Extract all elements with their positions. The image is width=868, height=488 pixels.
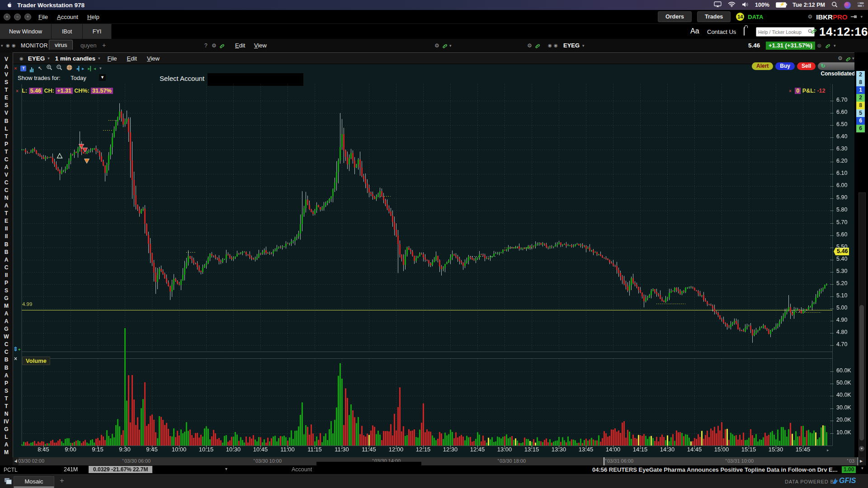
watchlist-letter[interactable]: B (0, 249, 13, 257)
mosaic-tab[interactable]: Mosaic (14, 476, 54, 488)
fyi-button[interactable]: FYI (83, 24, 112, 39)
add-tab-button[interactable]: + (102, 42, 106, 49)
ladder-digit-cell[interactable]: 1 (856, 86, 865, 94)
panel-dot-icon[interactable]: ◉ (19, 56, 24, 61)
zoom-in-icon[interactable] (46, 64, 52, 72)
apple-logo-icon[interactable] (6, 1, 13, 9)
display-mirroring-icon[interactable] (714, 1, 722, 9)
gear-icon[interactable]: ⚙ (434, 42, 439, 49)
watchlist-letter[interactable]: M (0, 449, 13, 457)
help-ticker-search[interactable] (756, 27, 815, 37)
control-center-icon[interactable] (857, 2, 864, 9)
watchlist-letter[interactable]: T (0, 133, 13, 141)
search-input[interactable] (756, 27, 815, 37)
volume-pane-label[interactable]: Volume (22, 357, 50, 365)
contact-us-link[interactable]: Contact Us (707, 28, 736, 35)
link-icon[interactable] (810, 28, 816, 36)
watchlist-letter[interactable]: A (0, 202, 13, 210)
gear-icon[interactable]: ⚙ (808, 14, 813, 20)
ibot-button[interactable]: IBot (52, 24, 83, 39)
font-size-control[interactable]: Aa (690, 27, 699, 35)
watchlist-letter[interactable]: M (0, 303, 13, 310)
watchlist-letter[interactable]: V (0, 71, 13, 79)
ladder-digit-cell[interactable]: 6 (856, 125, 865, 132)
gear-icon[interactable]: ⚙ (212, 42, 217, 49)
volume-icon[interactable] (742, 2, 749, 9)
widen-bars-icon[interactable]: ◂▎▸ (76, 66, 85, 71)
wifi-icon[interactable] (728, 1, 736, 9)
notification-badge[interactable]: 14 (736, 13, 744, 21)
panel2-menu-view[interactable]: View (254, 42, 267, 49)
ladder-digit-cell[interactable]: 2 (856, 94, 865, 102)
panel-dot-icon[interactable]: ◉ (554, 43, 558, 48)
quote-symbol[interactable]: EYEG (563, 42, 580, 49)
tab-virus[interactable]: virus (49, 40, 73, 50)
link-icon[interactable] (442, 42, 447, 50)
link-icon[interactable] (825, 42, 830, 50)
watchlist-letter[interactable]: L (0, 126, 13, 133)
watchlist-letter[interactable]: C (0, 179, 13, 187)
watchlist-letter[interactable]: A (0, 318, 13, 326)
watchlist-letter[interactable]: C (0, 264, 13, 272)
buy-button[interactable]: Buy (775, 62, 795, 70)
news-ticker[interactable]: 04:56 REUTERS EyeGate Pharma Announces P… (592, 466, 840, 473)
chart-date-scrollbar[interactable]: ◀ 03/30 02:00'03/30 06:00'03/30 10:00'03… (13, 457, 864, 465)
chevron-down-icon[interactable]: ▾ (1, 43, 3, 48)
watchlist-letter[interactable]: A (0, 441, 13, 449)
dropdown-arrow-icon[interactable]: ▾ (225, 466, 227, 471)
panel-dot-icon[interactable]: ◉ (12, 43, 16, 48)
ladder-digit-cell[interactable]: 6 (856, 117, 865, 125)
narrow-bars-icon[interactable]: ▸▎◂ (88, 66, 96, 71)
chevron-down-icon[interactable]: ▾ (860, 14, 863, 19)
watchlist-letter[interactable]: C (0, 187, 13, 195)
link-icon[interactable] (534, 42, 540, 50)
watchlist-letter[interactable]: N (0, 411, 13, 418)
watchlist-letter[interactable]: S (0, 388, 13, 395)
watchlist-letter[interactable]: T (0, 149, 13, 156)
trendline-tool-icon[interactable]: ↖ (38, 65, 42, 71)
target-icon[interactable]: ◎ (817, 43, 821, 48)
chart-menu-edit[interactable]: Edit (127, 55, 137, 62)
watchlist-letter[interactable]: G (0, 295, 13, 303)
watchlist-letter[interactable]: IV (0, 418, 13, 426)
watchlist-letter[interactable]: C (0, 349, 13, 357)
crosshair-icon[interactable] (66, 64, 73, 73)
chevron-down-icon[interactable]: ▾ (98, 56, 100, 61)
trades-tab[interactable]: Trades (697, 11, 731, 22)
close-icon[interactable]: × (14, 66, 17, 71)
watchlist-letter[interactable]: N (0, 195, 13, 202)
menubar-clock[interactable]: Tue 2:12 PM (793, 2, 825, 8)
watchlist-letter[interactable]: T (0, 403, 13, 411)
chart-type-icon[interactable] (30, 64, 34, 72)
panel2-menu-edit[interactable]: Edit (235, 42, 245, 49)
collapsed-watchlist-strip[interactable]: VAVSTESVBLTPTCAVCCNATEIIIIBBACIIPSGMAAGW… (0, 52, 13, 469)
watchlist-letter[interactable]: II (0, 272, 13, 280)
watchlist-letter[interactable]: A (0, 164, 13, 172)
panel-dot-icon[interactable]: ◉ (6, 43, 10, 48)
orders-tab[interactable]: Orders (658, 11, 692, 22)
add-workspace-button[interactable]: + (60, 476, 64, 485)
ladder-digit-cell[interactable]: 2 (856, 71, 865, 79)
link-icon[interactable] (219, 42, 224, 50)
axis-scroll-arrow-icon[interactable]: ▸ (827, 448, 829, 452)
watchlist-letter[interactable]: W (0, 333, 13, 341)
watchlist-letter[interactable]: B (0, 365, 13, 372)
ladder-digit-cell[interactable]: 8 (856, 79, 865, 86)
close-icon[interactable]: × (16, 89, 19, 94)
watchlist-letter[interactable]: G (0, 326, 13, 333)
sell-button[interactable]: Sell (797, 62, 816, 70)
watchlist-letter[interactable]: II (0, 225, 13, 233)
watchlist-letter[interactable]: G (0, 426, 13, 434)
gear-icon[interactable]: ⚙ (527, 42, 532, 49)
alert-button[interactable]: Alert (752, 62, 773, 70)
tab-quyen[interactable]: quyen (80, 42, 96, 49)
watchlist-letter[interactable]: B (0, 118, 13, 126)
watchlist-letter[interactable]: A (0, 64, 13, 71)
ladder-digit-cell[interactable]: 8 (856, 102, 865, 109)
watchlist-letter[interactable]: T (0, 395, 13, 403)
menu-account[interactable]: Account (57, 14, 78, 20)
watchlist-letter[interactable]: T (0, 87, 13, 94)
minimize-window-icon[interactable]: − (14, 14, 21, 20)
monitor-label[interactable]: MONITOR (21, 42, 48, 49)
panel-dot-icon[interactable]: ◉ (548, 43, 552, 48)
